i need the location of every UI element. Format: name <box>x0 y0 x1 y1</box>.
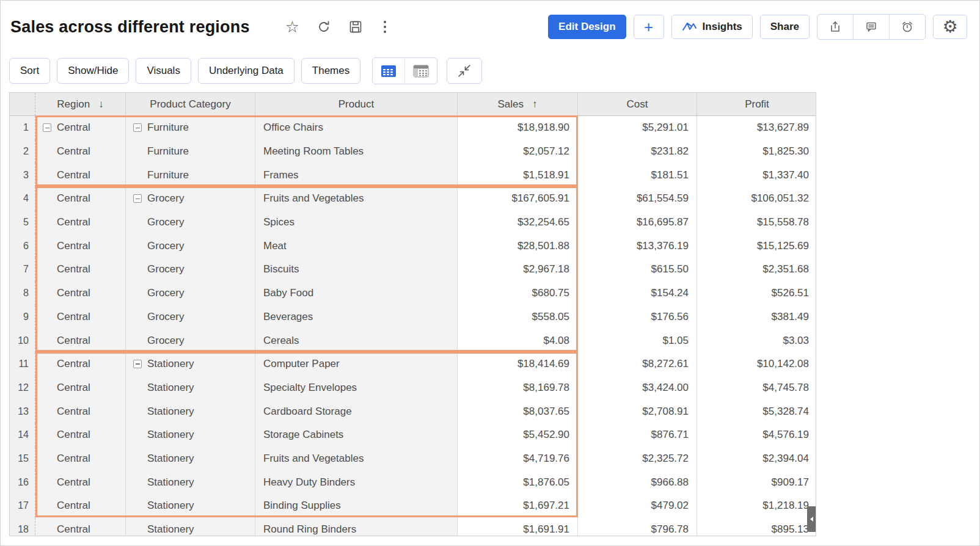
table-header-row: Region ↓ Product Category Product Sales … <box>10 93 816 116</box>
column-header-product-category[interactable]: Product Category <box>126 93 255 115</box>
settings-button[interactable]: ⚙ <box>933 15 967 39</box>
sales-cell: $167,605.91 <box>458 187 578 211</box>
edit-design-button[interactable]: Edit Design <box>548 15 626 39</box>
table-row: 4 Central Grocery Fruits and Vegetables … <box>10 187 816 211</box>
cost-cell: $16,695.87 <box>578 211 697 235</box>
collapse-minus-icon[interactable] <box>133 123 142 132</box>
title-icon-group: ☆ <box>285 19 390 35</box>
table-row: 7 Central Grocery Biscuits $2,967.18 $61… <box>10 258 816 282</box>
sales-cell: $18,918.90 <box>458 116 578 140</box>
row-number: 14 <box>10 423 35 447</box>
view-toggle-group <box>372 57 437 84</box>
row-number-header <box>10 93 35 115</box>
region-cell: Central <box>35 494 126 518</box>
cost-cell: $479.02 <box>578 494 697 518</box>
analytics-report-window: Sales across different regions ☆ Edit De… <box>0 0 980 546</box>
cost-cell: $2,325.72 <box>578 447 697 471</box>
region-cell: Central <box>35 211 126 235</box>
row-number: 9 <box>10 305 35 329</box>
product-category-cell: Furniture <box>126 163 255 187</box>
region-cell: Central <box>35 376 126 400</box>
flat-table-view-icon[interactable] <box>373 58 404 84</box>
cost-cell: $8,272.61 <box>578 352 697 376</box>
sales-cell: $4.08 <box>458 329 578 352</box>
profit-cell: $13,627.89 <box>697 116 816 140</box>
cost-cell: $181.51 <box>578 163 697 187</box>
product-category-cell: Stationery <box>126 352 255 376</box>
underlying-data-button[interactable]: Underlying Data <box>198 58 294 84</box>
column-header-sales[interactable]: Sales ↑ <box>458 93 578 115</box>
region-cell: Central <box>35 399 126 423</box>
sort-button[interactable]: Sort <box>9 58 50 84</box>
table-row: 6 Central Grocery Meat $28,501.88 $13,37… <box>10 234 816 258</box>
pivot-table-view-icon[interactable] <box>404 58 437 84</box>
profit-cell: $10,142.08 <box>697 352 816 376</box>
sales-cell: $1,697.21 <box>458 494 578 518</box>
alert-clock-icon[interactable] <box>889 15 925 39</box>
favorite-star-icon[interactable]: ☆ <box>285 19 299 35</box>
region-cell: Central <box>35 423 126 447</box>
sales-cell: $1,518.91 <box>458 163 578 187</box>
product-cell: Cardboard Storage <box>255 399 458 423</box>
insights-button[interactable]: Insights <box>671 15 753 39</box>
product-cell: Fruits and Vegetables <box>255 447 458 471</box>
side-panel-toggle[interactable] <box>807 506 816 532</box>
column-header-cost[interactable]: Cost <box>578 93 697 115</box>
collapse-all-button[interactable] <box>447 58 482 84</box>
row-number: 18 <box>10 518 35 536</box>
profit-cell: $526.51 <box>697 282 816 305</box>
collapse-arrows-icon <box>457 64 472 78</box>
add-button[interactable]: + <box>634 15 664 39</box>
save-icon[interactable] <box>348 20 363 34</box>
collapse-minus-icon[interactable] <box>43 123 51 132</box>
row-number: 8 <box>10 282 35 305</box>
product-cell: Fruits and Vegetables <box>255 187 458 211</box>
sales-cell: $558.05 <box>458 305 578 329</box>
collapse-minus-icon[interactable] <box>133 194 142 203</box>
table-row: 8 Central Grocery Baby Food $680.75 $154… <box>10 282 816 305</box>
show-hide-button[interactable]: Show/Hide <box>57 58 129 84</box>
sales-cell: $1,876.05 <box>458 470 578 494</box>
sales-cell: $2,057.12 <box>458 140 578 164</box>
column-header-product[interactable]: Product <box>255 93 458 115</box>
pivot-data-table: Region ↓ Product Category Product Sales … <box>9 92 816 536</box>
more-options-icon[interactable] <box>380 20 390 34</box>
table-body: 1 Central Furniture Office Chairs $18,91… <box>10 116 816 536</box>
report-header: Sales across different regions ☆ Edit De… <box>1 1 979 53</box>
cost-cell: $231.82 <box>578 140 697 164</box>
profit-cell: $4,745.78 <box>697 376 816 400</box>
product-cell: Baby Food <box>255 282 458 305</box>
row-number: 16 <box>10 470 35 494</box>
column-header-profit[interactable]: Profit <box>697 93 816 115</box>
table-row: 2 Central Furniture Meeting Room Tables … <box>10 140 816 164</box>
product-category-cell: Grocery <box>126 329 255 352</box>
product-cell: Cereals <box>255 329 458 352</box>
sort-desc-icon[interactable]: ↓ <box>98 98 104 111</box>
product-cell: Heavy Duty Binders <box>255 470 458 494</box>
refresh-icon[interactable] <box>316 20 331 34</box>
table-row: 17 Central Stationery Binding Supplies $… <box>10 494 816 518</box>
region-cell: Central <box>35 352 126 376</box>
cost-cell: $176.56 <box>578 305 697 329</box>
product-category-cell: Stationery <box>126 423 255 447</box>
cost-cell: $5,291.01 <box>578 116 697 140</box>
sales-cell: $8,169.78 <box>458 376 578 400</box>
column-header-region[interactable]: Region ↓ <box>35 93 126 115</box>
comment-icon[interactable] <box>853 15 889 39</box>
export-icon[interactable] <box>817 15 853 39</box>
collapse-minus-icon[interactable] <box>133 360 142 368</box>
table-row: 3 Central Furniture Frames $1,518.91 $18… <box>10 163 816 187</box>
product-cell: Storage Cabinets <box>255 423 458 447</box>
visuals-button[interactable]: Visuals <box>136 58 191 84</box>
product-cell: Beverages <box>255 305 458 329</box>
sort-asc-icon[interactable]: ↑ <box>532 98 538 111</box>
row-number: 7 <box>10 258 35 282</box>
region-cell: Central <box>35 329 126 352</box>
page-title: Sales across different regions <box>10 18 250 37</box>
themes-button[interactable]: Themes <box>301 58 360 84</box>
share-button[interactable]: Share <box>760 15 810 39</box>
product-category-cell: Grocery <box>126 234 255 258</box>
product-category-cell: Grocery <box>126 211 255 235</box>
region-cell: Central <box>35 234 126 258</box>
region-cell: Central <box>35 258 126 282</box>
